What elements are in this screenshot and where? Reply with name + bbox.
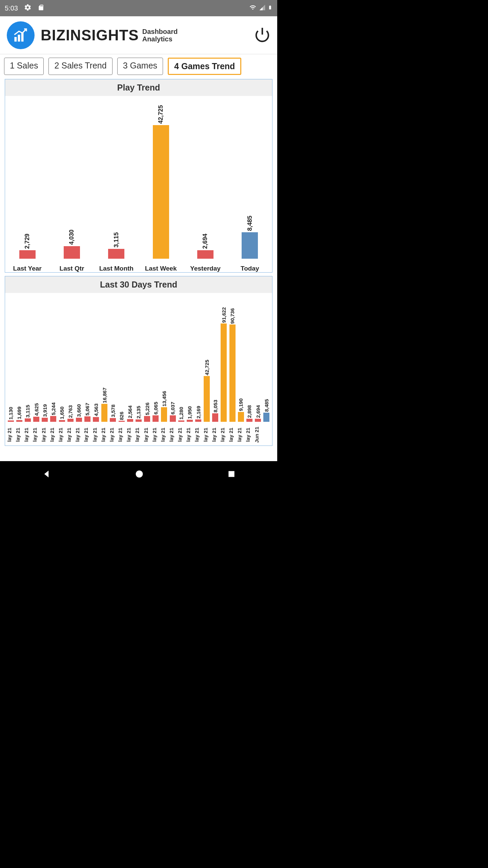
bar-value-label: 5,244 <box>50 402 56 415</box>
brand-name: BIZINSIGHTS <box>41 27 139 44</box>
chart-bar: 5,067 <box>83 403 92 422</box>
chart-bar: 4,563 <box>92 403 100 422</box>
category-label: Today <box>228 265 272 272</box>
tab-games[interactable]: 3 Games <box>117 58 163 75</box>
power-button[interactable] <box>254 26 270 44</box>
bar-value-label: 8,053 <box>212 400 218 413</box>
svg-rect-5 <box>228 471 234 477</box>
category-label: lay 21 <box>83 424 92 446</box>
bar-rect <box>170 415 176 422</box>
category-label: lay 21 <box>23 424 32 446</box>
app-header: BIZINSIGHTS Dashboard Analytics <box>0 16 277 54</box>
chart-bar: 2,694 <box>254 405 262 422</box>
chart-bar: 13,456 <box>160 391 168 422</box>
bar-value-label: 2,694 <box>255 405 261 418</box>
bar-rect <box>25 418 31 422</box>
category-label <box>262 424 271 446</box>
chart-bar: 6,065 <box>151 402 160 422</box>
bar-value-label: 4,563 <box>93 403 99 416</box>
category-label: lay 21 <box>117 424 126 446</box>
play-trend-chart[interactable]: 2,7294,0303,11542,7252,6948,485 Last Yea… <box>5 96 272 272</box>
bar-value-label: 2,135 <box>136 406 141 419</box>
bar-value-label: 2,763 <box>67 405 73 418</box>
bar-value-label: 1,699 <box>16 407 22 419</box>
bar-rect <box>152 415 159 422</box>
back-button[interactable] <box>41 469 52 480</box>
bar-rect <box>229 324 236 422</box>
chart-bar: 9,190 <box>237 398 245 422</box>
wifi-icon <box>249 4 257 13</box>
bar-value-label: 1,280 <box>178 407 184 420</box>
category-label: lay 21 <box>237 424 245 446</box>
bar-value-label: 4,030 <box>68 230 75 245</box>
chart-title: Play Trend <box>5 79 272 96</box>
bar-rect <box>255 419 261 422</box>
chart-bar: 90,736 <box>228 308 237 422</box>
bar-value-label: 2,898 <box>246 405 252 418</box>
bar-rect <box>153 125 169 259</box>
bar-rect <box>33 417 39 422</box>
bar-value-label: 2,169 <box>196 406 201 419</box>
chart-bar: 2,763 <box>66 405 75 422</box>
tabs-row: 1 Sales 2 Sales Trend 3 Games 4 Games Tr… <box>0 54 277 77</box>
svg-rect-2 <box>21 32 24 41</box>
bar-rect <box>221 323 227 422</box>
chart-bar: 826 <box>117 412 126 422</box>
bar-value-label: 2,729 <box>24 234 31 249</box>
chart-bar: 3,115 <box>23 405 32 422</box>
bar-value-label: 42,725 <box>157 105 164 124</box>
tab-sales-trend[interactable]: 2 Sales Trend <box>48 58 112 75</box>
category-label: lay 21 <box>58 424 66 446</box>
chart-bar: 2,729 <box>5 234 49 259</box>
category-label: lay 21 <box>66 424 75 446</box>
bar-value-label: 6,037 <box>170 402 176 415</box>
bar-rect <box>187 420 193 422</box>
bar-rect <box>67 419 74 422</box>
play-trend-card: Play Trend 2,7294,0303,11542,7252,6948,4… <box>5 79 272 273</box>
category-label: Last Week <box>139 265 183 272</box>
category-label: lay 21 <box>143 424 151 446</box>
category-label: lay 21 <box>92 424 100 446</box>
category-label: lay 21 <box>49 424 58 446</box>
category-label: lay 21 <box>220 424 228 446</box>
chart-bar: 1,280 <box>177 407 185 422</box>
brand-sub1: Dashboard <box>142 28 178 35</box>
chart-bar: 1,650 <box>58 407 66 422</box>
category-label: lay 21 <box>75 424 83 446</box>
chart-bar: 5,244 <box>49 402 58 422</box>
last-30-days-card: Last 30 Days Trend 1,1301,6993,1154,6253… <box>5 276 272 446</box>
chart-bar: 3,660 <box>75 404 83 422</box>
last-30-days-chart[interactable]: 1,1301,6993,1154,6253,9195,2441,6502,763… <box>5 293 272 446</box>
category-label: lay 21 <box>109 424 117 446</box>
category-label: lay 21 <box>194 424 202 446</box>
chart-bar: 1,950 <box>185 406 194 422</box>
home-button[interactable] <box>135 469 144 480</box>
chart-bar: 3,115 <box>94 232 139 259</box>
chart-bar: 1,699 <box>15 407 23 422</box>
category-label: lay 21 <box>6 424 15 446</box>
content-area: BIZINSIGHTS Dashboard Analytics 1 Sales … <box>0 16 277 461</box>
bar-rect <box>238 412 244 422</box>
bar-rect <box>212 413 218 422</box>
chart-bar: 1,130 <box>6 407 15 422</box>
bar-value-label: 5,226 <box>144 402 150 415</box>
category-label: lay 21 <box>126 424 134 446</box>
bar-value-label: 2,694 <box>202 234 209 249</box>
bar-rect <box>136 419 142 422</box>
bar-rect <box>19 250 36 259</box>
chart-bar: 2,169 <box>194 406 202 422</box>
bar-rect <box>144 416 150 422</box>
chart-bar: 3,919 <box>41 404 49 422</box>
category-label: lay 21 <box>32 424 40 446</box>
bar-value-label: 5,067 <box>84 403 90 416</box>
tab-sales[interactable]: 1 Sales <box>4 58 44 75</box>
logo-icon <box>7 21 35 49</box>
chart-bar: 5,226 <box>143 402 151 422</box>
recent-button[interactable] <box>227 470 236 480</box>
tab-games-trend[interactable]: 4 Games Trend <box>168 58 241 75</box>
bar-value-label: 91,622 <box>221 307 227 323</box>
chart-bar: 8,053 <box>211 400 220 422</box>
bar-rect <box>161 407 167 422</box>
bar-rect <box>50 416 56 422</box>
battery-icon <box>268 4 272 13</box>
